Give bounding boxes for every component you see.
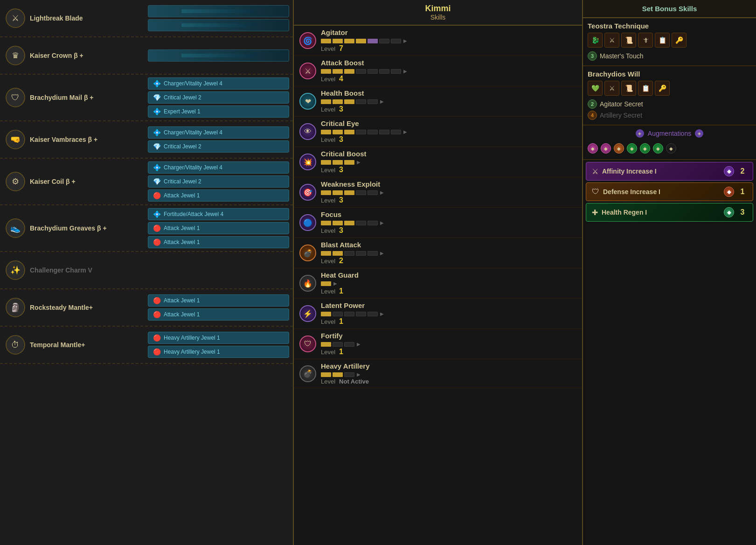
skill-icon: 👁 bbox=[299, 123, 316, 140]
skill-row: 💣Blast Attack▶Level2 bbox=[294, 238, 582, 268]
equipment-icon: ⚙ bbox=[6, 172, 25, 191]
skill-level: Level1 bbox=[321, 287, 576, 295]
jewel-slot[interactable]: 💎Critical Jewel 2 bbox=[148, 140, 289, 153]
empty-slot[interactable] bbox=[148, 49, 289, 62]
jewel-icon: 💎 bbox=[153, 143, 161, 150]
level-label: Level bbox=[321, 76, 335, 83]
jewel-slot[interactable]: 💎Critical Jewel 2 bbox=[148, 175, 289, 188]
empty-slot[interactable] bbox=[148, 19, 289, 31]
jewel-slot[interactable]: 💠Charger/Vitality Jewel 4 bbox=[148, 126, 289, 139]
set-skill-name: Agitator Secret bbox=[600, 100, 643, 108]
bar-segment bbox=[321, 312, 331, 316]
skill-row: 👁Critical Eye▶Level3 bbox=[294, 117, 582, 147]
bar-arrow: ▶ bbox=[357, 342, 361, 347]
jewel-slot[interactable]: 💎Critical Jewel 2 bbox=[148, 91, 289, 104]
equipment-name[interactable]: Kaiser Vambraces β + bbox=[30, 136, 97, 143]
jewel-slot[interactable]: 🔴Attack Jewel 1 bbox=[148, 308, 289, 321]
bar-segment bbox=[356, 99, 366, 104]
equipment-name[interactable]: Brachydium Mail β + bbox=[30, 94, 94, 101]
jewel-slot[interactable]: 💠Charger/Vitality Jewel 4 bbox=[148, 161, 289, 174]
bar-segment bbox=[333, 99, 343, 104]
jewel-slot[interactable]: 💠Expert Jewel 1 bbox=[148, 105, 289, 118]
skill-name: Heavy Artillery bbox=[321, 362, 576, 370]
main-container: ⚔Lightbreak Blade♛Kaiser Crown β +🛡Brach… bbox=[0, 0, 756, 545]
level-value: 2 bbox=[339, 257, 343, 265]
jewel-slots: 💠Fortitude/Attack Jewel 4🔴Attack Jewel 1… bbox=[144, 205, 293, 251]
jewel-name: Charger/Vitality Jewel 4 bbox=[164, 164, 222, 171]
aug-gem: ◆ bbox=[614, 143, 624, 154]
equipment-icon: 🤜 bbox=[6, 130, 25, 149]
equipment-icon: ⏱ bbox=[6, 335, 25, 355]
aug-skill-gem: ◆ bbox=[724, 187, 734, 197]
bar-arrow: ▶ bbox=[380, 99, 384, 104]
equipment-name[interactable]: Challenger Charm V bbox=[30, 266, 92, 274]
aug-gem: ◆ bbox=[666, 143, 676, 154]
skill-bars: ▶ bbox=[321, 129, 576, 134]
skill-bars: ▶ bbox=[321, 342, 576, 347]
skill-bars: ▶ bbox=[321, 160, 576, 165]
bar-segment bbox=[356, 39, 366, 43]
equipment-row: ✨Challenger Charm V bbox=[0, 252, 293, 289]
set-piece-icon: ⚔ bbox=[604, 33, 619, 48]
jewel-slots: 💠Charger/Vitality Jewel 4💎Critical Jewel… bbox=[144, 75, 293, 120]
jewel-slot[interactable]: 💠Charger/Vitality Jewel 4 bbox=[148, 77, 289, 90]
jewel-name: Attack Jewel 1 bbox=[164, 297, 200, 304]
skill-icon: 🔥 bbox=[299, 275, 316, 292]
skill-icon: ❤ bbox=[299, 93, 316, 110]
bar-arrow: ▶ bbox=[380, 190, 384, 195]
jewel-slot[interactable]: 🔴Attack Jewel 1 bbox=[148, 189, 289, 202]
skill-details: Heat Guard▶Level1 bbox=[321, 271, 576, 295]
jewel-name: Attack Jewel 1 bbox=[164, 225, 200, 231]
bar-arrow: ▶ bbox=[380, 311, 384, 316]
equipment-name[interactable]: Rocksteady Mantle+ bbox=[30, 304, 93, 311]
equipment-row: ⏱Temporal Mantle+🔴Heavy Artillery Jewel … bbox=[0, 327, 293, 364]
skill-name: Fortify bbox=[321, 332, 576, 340]
jewel-slot[interactable]: 🔴Attack Jewel 1 bbox=[148, 222, 289, 234]
equipment-name[interactable]: Lightbreak Blade bbox=[30, 14, 83, 22]
bar-segment bbox=[344, 221, 354, 225]
jewel-slot[interactable]: 💠Fortitude/Attack Jewel 4 bbox=[148, 208, 289, 220]
skill-bars: ▶ bbox=[321, 220, 576, 225]
skill-details: Focus▶Level3 bbox=[321, 210, 576, 235]
equipment-name[interactable]: Brachydium Greaves β + bbox=[30, 224, 107, 232]
skill-bars: ▶ bbox=[321, 190, 576, 195]
bar-segment bbox=[333, 221, 343, 225]
skill-row: 💥Critical Boost▶Level3 bbox=[294, 147, 582, 177]
bar-segment bbox=[344, 190, 354, 195]
aug-skill-name: Affinity Increase I bbox=[602, 168, 720, 175]
bar-segment bbox=[391, 39, 401, 43]
skill-name: Heat Guard bbox=[321, 271, 576, 279]
bar-segment bbox=[333, 190, 343, 195]
skill-icon: 🎯 bbox=[299, 184, 316, 201]
equipment-name[interactable]: Temporal Mantle+ bbox=[30, 341, 85, 349]
equipment-name[interactable]: Kaiser Coil β + bbox=[30, 178, 76, 185]
augmentations-header: ◈Augmentations◈ bbox=[588, 129, 751, 138]
level-value: 1 bbox=[339, 317, 343, 326]
bar-segment bbox=[344, 99, 354, 104]
bar-segment bbox=[333, 312, 343, 316]
jewel-slot[interactable]: 🔴Attack Jewel 1 bbox=[148, 294, 289, 307]
bar-segment bbox=[368, 312, 378, 316]
skill-details: Heavy Artillery▶LevelNot Active bbox=[321, 362, 576, 385]
equipment-name[interactable]: Kaiser Crown β + bbox=[30, 52, 83, 59]
jewel-slots bbox=[144, 252, 293, 288]
bar-segment bbox=[333, 39, 343, 43]
aug-skill-gem: ◆ bbox=[724, 166, 734, 176]
equipment-icon: ✨ bbox=[6, 260, 25, 280]
level-value: 3 bbox=[339, 105, 343, 113]
skill-details: Critical Boost▶Level3 bbox=[321, 150, 576, 174]
jewel-slot[interactable]: 🔴Heavy Artillery Jewel 1 bbox=[148, 346, 289, 358]
level-value: 1 bbox=[339, 287, 343, 295]
jewel-slot[interactable]: 🔴Heavy Artillery Jewel 1 bbox=[148, 332, 289, 344]
equipment-info: ⏱Temporal Mantle+ bbox=[0, 327, 144, 363]
empty-slot[interactable] bbox=[148, 5, 289, 17]
jewel-slots: 🔴Heavy Artillery Jewel 1🔴Heavy Artillery… bbox=[144, 327, 293, 363]
skill-row: 🎯Weakness Exploit▶Level3 bbox=[294, 177, 582, 208]
jewel-slot[interactable]: 🔴Attack Jewel 1 bbox=[148, 236, 289, 248]
bar-segment bbox=[344, 251, 354, 256]
level-label: Level bbox=[321, 288, 335, 295]
skill-level: Level2 bbox=[321, 257, 576, 265]
bar-segment bbox=[321, 372, 331, 377]
level-label: Level bbox=[321, 45, 335, 52]
equipment-row: 🤜Kaiser Vambraces β +💠Charger/Vitality J… bbox=[0, 121, 293, 159]
